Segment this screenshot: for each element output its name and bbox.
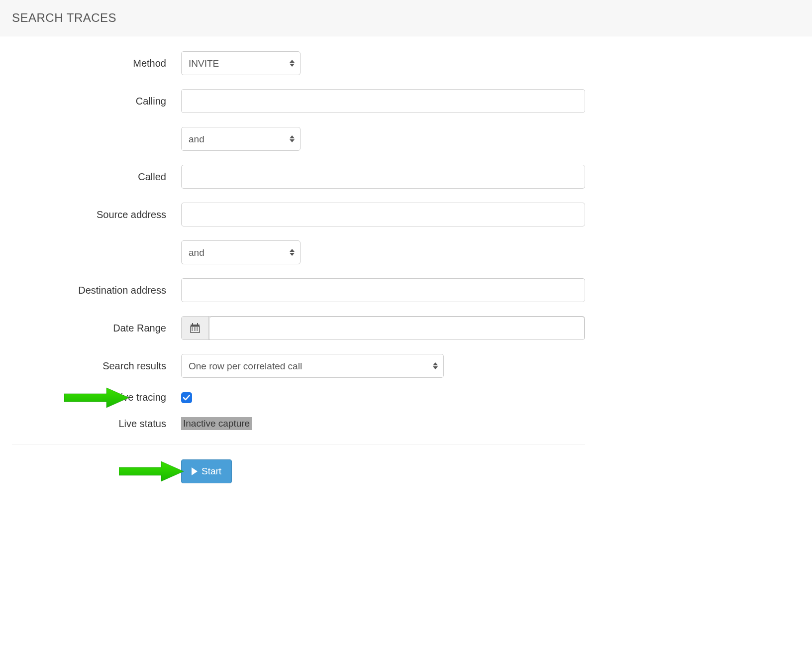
- svg-rect-12: [194, 330, 196, 331]
- start-button[interactable]: Start: [181, 459, 232, 483]
- svg-rect-15: [197, 323, 198, 325]
- row-calling: Calling: [12, 89, 585, 113]
- date-range-group[interactable]: [181, 316, 585, 340]
- svg-rect-11: [192, 330, 193, 331]
- play-icon: [192, 467, 198, 475]
- divider: [12, 444, 585, 444]
- logic1-select[interactable]: and: [181, 127, 301, 151]
- label-live-status: Live status: [12, 418, 181, 430]
- row-actions: Start: [12, 459, 585, 483]
- label-source-address: Source address: [12, 209, 181, 221]
- label-search-results: Search results: [12, 360, 181, 372]
- calendar-icon: [182, 317, 209, 339]
- row-method: Method INVITE: [12, 51, 585, 75]
- label-destination-address: Destination address: [12, 285, 181, 296]
- page-title: SEARCH TRACES: [12, 11, 800, 25]
- row-date-range: Date Range: [12, 316, 585, 340]
- svg-rect-6: [191, 325, 200, 326]
- row-logic1: and: [12, 127, 585, 151]
- search-results-select[interactable]: One row per correlated call: [181, 354, 444, 378]
- search-form: Method INVITE Calling and: [0, 36, 597, 512]
- svg-rect-13: [197, 330, 198, 331]
- svg-marker-19: [119, 461, 184, 481]
- live-status-badge: Inactive capture: [181, 417, 252, 430]
- date-range-input[interactable]: [209, 317, 585, 340]
- row-live-status: Live status Inactive capture: [12, 417, 585, 430]
- source-address-input[interactable]: [181, 203, 585, 226]
- start-button-label: Start: [202, 466, 221, 477]
- label-date-range: Date Range: [12, 323, 181, 334]
- row-search-results: Search results One row per correlated ca…: [12, 354, 585, 378]
- called-input[interactable]: [181, 165, 585, 189]
- row-live-tracing: Live tracing: [12, 392, 585, 403]
- row-called: Called: [12, 165, 585, 189]
- logic2-select[interactable]: and: [181, 240, 301, 264]
- label-called: Called: [12, 171, 181, 183]
- svg-rect-8: [192, 328, 193, 329]
- calling-input[interactable]: [181, 89, 585, 113]
- svg-rect-9: [194, 328, 196, 329]
- label-calling: Calling: [12, 96, 181, 107]
- label-live-tracing: Live tracing: [12, 392, 181, 403]
- svg-rect-14: [192, 323, 193, 325]
- destination-address-input[interactable]: [181, 278, 585, 302]
- annotation-arrow-icon: [119, 460, 184, 482]
- live-tracing-checkbox[interactable]: [181, 392, 192, 403]
- row-logic2: and: [12, 240, 585, 264]
- svg-rect-10: [197, 328, 198, 329]
- method-select[interactable]: INVITE: [181, 51, 301, 75]
- page-header: SEARCH TRACES: [0, 0, 812, 36]
- row-source-address: Source address: [12, 203, 585, 226]
- row-destination-address: Destination address: [12, 278, 585, 302]
- label-method: Method: [12, 58, 181, 69]
